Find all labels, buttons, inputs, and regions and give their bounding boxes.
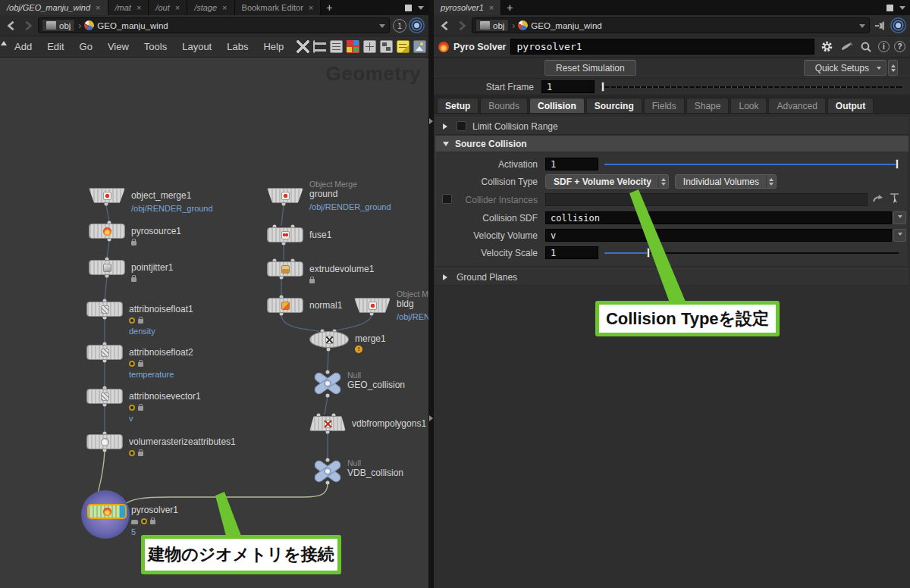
collision-type-dropdown[interactable]: SDF + Volume Velocity [545, 174, 669, 189]
tab-look[interactable]: Look [730, 98, 767, 113]
limit-collision-range-checkbox[interactable] [457, 121, 466, 131]
back-button[interactable] [5, 19, 18, 33]
tab-sourcing[interactable]: Sourcing [586, 98, 642, 113]
node-volumerasterizeattributes1[interactable]: volumerasterizeattributes1 [86, 434, 236, 456]
new-tab-button[interactable]: + [321, 0, 337, 15]
expand-arrow-icon[interactable] [443, 142, 449, 149]
collapse-arrow-icon[interactable] [443, 274, 450, 280]
node-extrudevolume1[interactable]: extrudevolume1 [267, 261, 374, 283]
pane-maximize-icon[interactable] [886, 5, 893, 11]
quick-setups-dropdown[interactable]: Quick Setups [804, 60, 886, 76]
close-icon[interactable]: × [489, 4, 494, 12]
activation-slider[interactable] [604, 158, 899, 170]
back-button[interactable] [438, 19, 452, 33]
collision-sdf-menu-button[interactable] [893, 211, 906, 224]
node-body[interactable] [89, 188, 125, 203]
activation-input[interactable]: 1 [545, 158, 598, 170]
node-body[interactable] [309, 331, 349, 348]
limit-collision-range-fold[interactable]: Limit Collision Range [435, 117, 908, 135]
tab-pyrosolver1[interactable]: pyrosolver1 × [434, 0, 501, 15]
close-icon[interactable]: × [175, 4, 180, 12]
velocity-scale-slider[interactable] [604, 247, 899, 258]
gear-icon[interactable] [819, 39, 834, 55]
grid-panel-icon[interactable] [363, 40, 376, 53]
node-merge1[interactable]: merge1 ! [309, 331, 386, 353]
node-body[interactable] [89, 224, 125, 239]
parameter-path-field[interactable]: obj › GEO_manju_wind [472, 17, 870, 33]
node-attribnoisefloat2[interactable]: attribnoisefloat2 temperature [86, 345, 193, 379]
menu-tools[interactable]: Tools [137, 41, 174, 52]
menu-go[interactable]: Go [73, 41, 99, 52]
node-vdbfrompolygons1[interactable]: vdbfrompolygons1 [309, 416, 426, 431]
tools-icon[interactable] [297, 40, 309, 53]
tab-obj-geo-manju-wind[interactable]: /obj/GEO_manju_wind × [0, 0, 108, 15]
ground-planes-fold[interactable]: Ground Planes [435, 268, 908, 286]
close-icon[interactable]: × [136, 4, 141, 12]
node-vdb-collision[interactable]: Null VDB_collision [314, 461, 403, 482]
node-body[interactable] [86, 389, 123, 404]
node-body[interactable] [309, 416, 346, 431]
pin-icon[interactable] [873, 18, 888, 33]
tab-bounds[interactable]: Bounds [480, 98, 528, 113]
tab-fields[interactable]: Fields [644, 98, 685, 113]
close-icon[interactable]: × [309, 4, 313, 12]
pick-node-icon[interactable] [889, 193, 900, 207]
tab-collision[interactable]: Collision [529, 98, 585, 113]
network-path-field[interactable]: obj › GEO_manju_wind [38, 17, 390, 33]
sticky-note-icon[interactable] [397, 40, 410, 53]
pane-splitter[interactable] [428, 0, 434, 588]
velocity-volume-input[interactable]: v [545, 229, 892, 242]
tree-view-icon[interactable] [313, 40, 326, 53]
info-icon[interactable]: i [878, 41, 890, 52]
collision-volumes-dropdown[interactable]: Individual Volumes [675, 174, 777, 189]
node-body[interactable] [314, 373, 341, 394]
node-geo-collision[interactable]: Null GEO_collision [314, 373, 405, 394]
node-fuse1[interactable]: fuse1 [267, 227, 331, 242]
node-pyrosource1[interactable]: pyrosource1 [89, 224, 181, 246]
node-attribnoisefloat1[interactable]: attribnoisefloat1 density [86, 302, 193, 336]
network-graph[interactable]: Geometry [0, 58, 428, 588]
collider-instances-checkbox[interactable] [442, 194, 452, 204]
tab-shape[interactable]: Shape [686, 98, 730, 113]
layout-panel-icon[interactable] [380, 40, 393, 53]
node-body[interactable] [314, 461, 341, 482]
pane-menu-icon[interactable] [418, 6, 424, 13]
display-flag[interactable] [120, 505, 125, 518]
new-tab-button[interactable]: + [501, 0, 518, 15]
node-ground[interactable]: Object Merge ground /obj/RENDER_ground [267, 188, 391, 211]
node-body[interactable] [86, 302, 123, 317]
tab-advanced[interactable]: Advanced [768, 98, 825, 113]
menu-labs[interactable]: Labs [220, 41, 255, 52]
pane-menu-icon[interactable] [899, 6, 905, 13]
background-image-icon[interactable] [413, 40, 426, 53]
path-root-chip[interactable]: obj [42, 19, 75, 32]
node-body[interactable] [267, 227, 303, 242]
reset-simulation-button[interactable]: Reset Simulation [544, 60, 636, 76]
node-body[interactable] [267, 261, 303, 277]
stepper-icon[interactable] [766, 175, 776, 188]
pane-maximize-icon[interactable] [405, 5, 412, 11]
tab-output[interactable]: Output [827, 98, 874, 113]
path-dropdown-icon[interactable] [379, 24, 385, 31]
node-body[interactable] [354, 298, 391, 313]
collapse-arrow-icon[interactable] [443, 124, 450, 130]
node-body[interactable] [267, 188, 303, 203]
link-number-badge[interactable]: 1 [393, 19, 406, 33]
node-body[interactable] [267, 298, 303, 313]
start-frame-input[interactable]: 1 [541, 80, 595, 93]
velocity-volume-menu-button[interactable] [893, 229, 906, 242]
node-body[interactable] [86, 434, 123, 449]
node-body[interactable] [87, 504, 127, 519]
stepper-icon[interactable] [658, 175, 668, 188]
node-body[interactable] [86, 345, 123, 360]
node-bldg[interactable]: Object Merge bldg /obj/RENDER_ground [354, 298, 428, 321]
node-attribnoisevector1[interactable]: attribnoisevector1 v [86, 389, 201, 423]
help-icon[interactable]: ? [894, 41, 905, 52]
radial-menu-icon[interactable] [896, 23, 901, 28]
node-object-merge1[interactable]: object_merge1 /obj/RENDER_ground [89, 188, 213, 213]
collider-instances-input[interactable] [545, 193, 868, 206]
pane-corner-icon[interactable] [1, 38, 7, 45]
color-palette-icon[interactable] [347, 40, 359, 53]
menu-help[interactable]: Help [256, 41, 290, 52]
node-name-input[interactable]: pyrosolver1 [510, 39, 814, 55]
